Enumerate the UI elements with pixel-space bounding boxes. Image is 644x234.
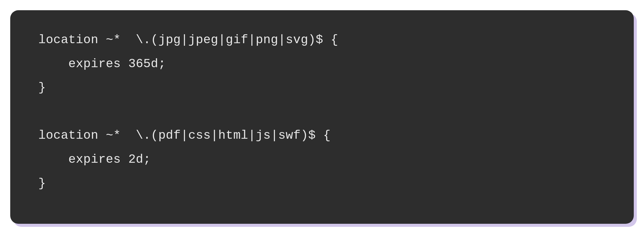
code-block: location ~* \.(jpg|jpeg|gif|png|svg)$ { … bbox=[10, 10, 634, 224]
code-line: expires 365d; bbox=[38, 57, 166, 71]
code-content[interactable]: location ~* \.(jpg|jpeg|gif|png|svg)$ { … bbox=[38, 28, 606, 195]
code-line: location ~* \.(pdf|css|html|js|swf)$ { bbox=[38, 128, 331, 142]
code-line: expires 2d; bbox=[38, 153, 151, 166]
code-line: location ~* \.(jpg|jpeg|gif|png|svg)$ { bbox=[38, 33, 338, 47]
code-line: } bbox=[38, 81, 46, 95]
code-line: } bbox=[38, 177, 46, 190]
